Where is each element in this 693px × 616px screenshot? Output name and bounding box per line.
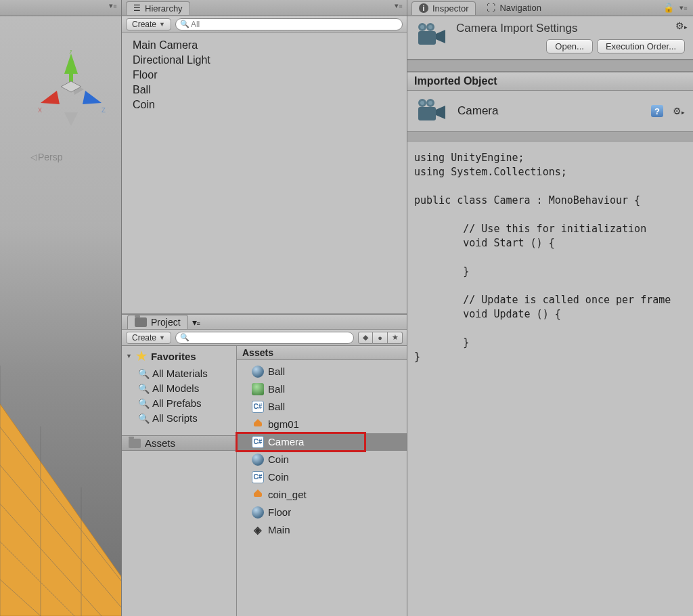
favorite-search-item[interactable]: 🔍All Models	[122, 381, 236, 396]
search-icon: 🔍	[138, 411, 150, 426]
imported-object-header: Imported Object	[407, 72, 693, 91]
dropdown-icon: ▼	[159, 334, 165, 341]
assets-folder[interactable]: Assets	[122, 435, 236, 451]
asset-item[interactable]: coin_get	[237, 486, 407, 504]
script-preview: using UnityEngine; using System.Collecti…	[407, 141, 693, 616]
asset-item[interactable]: C#Camera	[237, 433, 407, 451]
assets-folder-label: Assets	[145, 437, 175, 449]
tab-inspector-label: Inspector	[432, 3, 468, 14]
favorite-label: All Materials	[152, 366, 208, 381]
csharp-script-icon: C#	[252, 471, 264, 483]
svg-marker-11	[64, 53, 78, 74]
filter-by-label-button[interactable]: ●	[373, 332, 388, 344]
favorite-label: All Models	[152, 381, 199, 396]
asset-item[interactable]: Ball	[237, 380, 407, 398]
asset-item[interactable]: ◈Main	[237, 521, 407, 539]
favorite-label: All Prefabs	[152, 396, 202, 411]
dropdown-icon: ▼	[159, 21, 165, 28]
imported-object-row: Camera ? ⚙▸	[407, 91, 693, 132]
asset-item[interactable]: Coin	[237, 451, 407, 468]
favorite-search-item[interactable]: 🔍All Prefabs	[122, 396, 236, 411]
divider	[407, 132, 693, 141]
open-button[interactable]: Open...	[546, 39, 593, 53]
search-icon: 🔍	[180, 333, 189, 342]
folder-icon	[135, 317, 147, 327]
divider	[407, 60, 693, 72]
tab-project[interactable]: Project	[127, 315, 188, 329]
project-search[interactable]: 🔍	[175, 332, 354, 344]
search-icon: 🔍	[138, 396, 150, 411]
favorites-list: 🔍All Materials🔍All Models🔍All Prefabs🔍Al…	[122, 365, 236, 427]
tab-menu-icon[interactable]: ▾≡	[108, 1, 118, 10]
project-assets-pane[interactable]: Assets BallBallC#Ballbgm01C#CameraCoinC#…	[237, 346, 407, 616]
favorite-search-item[interactable]: 🔍All Scripts	[122, 411, 236, 426]
inspector-header: Camera Import Settings Open... Execution…	[407, 16, 693, 60]
hierarchy-search[interactable]: 🔍 All	[175, 18, 403, 30]
tab-navigation-label: Navigation	[499, 3, 541, 13]
tab-hierarchy[interactable]: ☰ Hierarchy	[126, 1, 190, 15]
unity-scene-icon: ◈	[252, 524, 264, 536]
create-button[interactable]: Create ▼	[126, 332, 171, 344]
hierarchy-tabbar: ☰ Hierarchy ▾≡	[122, 0, 407, 16]
asset-label: bgm01	[268, 416, 299, 433]
svg-marker-14	[83, 91, 102, 104]
project-folders-pane[interactable]: ▼ ★ Favorites 🔍All Materials🔍All Models🔍…	[122, 346, 237, 616]
audio-icon	[252, 419, 264, 430]
svg-point-23	[420, 25, 424, 29]
inspector-tabbar: i Inspector ⛶ Navigation 🔓 ▾≡	[407, 0, 693, 16]
csharp-script-icon: C#	[252, 401, 264, 413]
tab-hierarchy-label: Hierarchy	[145, 3, 183, 14]
filter-by-type-button[interactable]: ◆	[358, 332, 373, 344]
scene-view[interactable]: y x z ◁Persp	[0, 16, 121, 616]
material-icon	[252, 506, 264, 519]
tab-menu-icon[interactable]: ▾≡	[678, 3, 689, 12]
tab-menu-icon[interactable]: ▾≡	[192, 317, 200, 328]
hierarchy-item[interactable]: Ball	[125, 83, 404, 97]
projection-label[interactable]: ◁Persp	[30, 152, 63, 162]
favorite-search-item[interactable]: 🔍All Materials	[122, 366, 236, 381]
hierarchy-item[interactable]: Coin	[125, 97, 404, 112]
asset-item[interactable]: Floor	[237, 504, 407, 521]
folder-icon	[129, 439, 141, 448]
asset-item[interactable]: Ball	[237, 363, 407, 380]
assets-header: Assets	[237, 346, 407, 360]
asset-item[interactable]: C#Coin	[237, 468, 407, 486]
hierarchy-item[interactable]: Floor	[125, 68, 404, 83]
asset-label: Ball	[268, 364, 285, 380]
create-button[interactable]: Create ▼	[126, 18, 171, 30]
favorites-label: Favorites	[151, 351, 196, 362]
asset-item[interactable]: bgm01	[237, 416, 407, 433]
scene-tabbar: ▾≡	[0, 0, 121, 16]
hierarchy-item[interactable]: Main Camera	[125, 38, 404, 53]
expand-icon[interactable]: ▼	[126, 353, 132, 359]
svg-point-24	[428, 25, 432, 29]
tab-menu-icon[interactable]: ▾≡	[393, 1, 404, 10]
help-icon[interactable]: ?	[651, 105, 663, 117]
svg-rect-25	[418, 107, 436, 120]
svg-marker-17	[64, 112, 78, 126]
gear-icon[interactable]: ⚙▸	[675, 20, 688, 31]
svg-marker-13	[41, 91, 60, 104]
info-icon: i	[419, 3, 428, 13]
audio-icon	[252, 489, 264, 500]
hierarchy-list[interactable]: Main CameraDirectional LightFloorBallCoi…	[122, 32, 407, 313]
asset-label: Coin	[268, 452, 289, 468]
orientation-gizmo[interactable]: y x z	[34, 50, 108, 145]
tab-project-label: Project	[151, 317, 181, 328]
lock-icon[interactable]: 🔓	[663, 3, 674, 13]
favorites-folder[interactable]: ▼ ★ Favorites	[122, 347, 236, 365]
hierarchy-item[interactable]: Directional Light	[125, 53, 404, 68]
execution-order-button[interactable]: Execution Order...	[597, 39, 685, 53]
create-label: Create	[132, 20, 156, 29]
tab-navigation[interactable]: ⛶ Navigation	[480, 1, 547, 14]
search-icon: 🔍	[138, 366, 150, 381]
save-search-button[interactable]: ★	[388, 332, 403, 344]
gear-icon[interactable]: ⚙▸	[673, 106, 685, 116]
project-filter-buttons: ◆ ● ★	[358, 332, 403, 344]
asset-item[interactable]: C#Ball	[237, 398, 407, 416]
search-icon: 🔍	[138, 381, 150, 396]
tab-inspector[interactable]: i Inspector	[411, 1, 476, 15]
inspector-title: Camera Import Settings	[456, 22, 685, 35]
asset-label: Coin	[268, 469, 289, 485]
favorite-label: All Scripts	[152, 411, 198, 426]
